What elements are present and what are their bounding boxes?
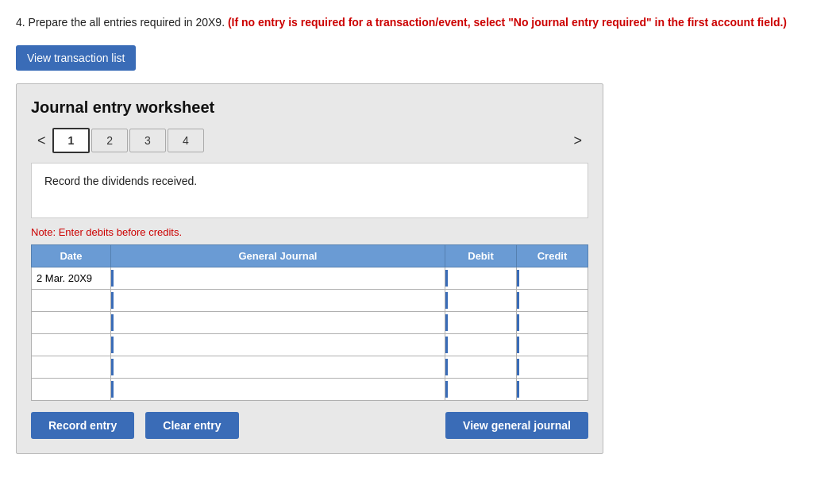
debit-input[interactable] — [445, 356, 516, 378]
instruction-highlight: (If no entry is required for a transacti… — [228, 16, 787, 29]
credit-input[interactable] — [517, 334, 588, 356]
date-cell — [32, 334, 111, 356]
tab-3[interactable]: 3 — [129, 129, 166, 152]
date-cell — [32, 290, 111, 312]
table-row — [32, 312, 588, 334]
journal-input[interactable] — [111, 379, 445, 400]
credit-input[interactable] — [517, 290, 588, 311]
credit-input[interactable] — [517, 356, 588, 378]
journal-input[interactable] — [111, 290, 445, 311]
date-input[interactable] — [32, 379, 110, 400]
date-cell — [32, 312, 111, 334]
record-entry-button[interactable]: Record entry — [31, 412, 134, 439]
instruction-box: Record the dividends received. — [31, 163, 588, 218]
view-general-journal-button[interactable]: View general journal — [445, 412, 588, 439]
view-transaction-button[interactable]: View transaction list — [16, 45, 136, 71]
debit-cell — [445, 267, 517, 290]
journal-table: Date General Journal Debit Credit — [31, 244, 588, 401]
journal-input[interactable] — [111, 356, 445, 378]
journal-cell — [111, 379, 445, 401]
tab-2[interactable]: 2 — [91, 129, 128, 152]
credit-cell — [517, 290, 588, 312]
journal-input[interactable] — [111, 312, 445, 333]
instruction-main: 4. Prepare the all entries required in 2… — [16, 16, 225, 29]
date-cell — [32, 267, 111, 290]
table-row — [32, 356, 588, 379]
table-row — [32, 267, 588, 290]
credit-cell — [517, 379, 588, 401]
debit-input[interactable] — [445, 267, 516, 289]
date-cell — [32, 356, 111, 379]
credit-input[interactable] — [517, 379, 588, 400]
journal-cell — [111, 312, 445, 334]
date-cell — [32, 379, 111, 401]
journal-cell — [111, 356, 445, 379]
col-header-credit: Credit — [517, 245, 588, 267]
debit-cell — [445, 356, 517, 379]
credit-cell — [517, 356, 588, 379]
credit-input[interactable] — [517, 267, 588, 289]
debit-input[interactable] — [445, 312, 516, 333]
debit-cell — [445, 334, 517, 356]
credit-cell — [517, 334, 588, 356]
credit-cell — [517, 267, 588, 290]
table-row — [32, 379, 588, 401]
date-input[interactable] — [32, 290, 110, 311]
journal-cell — [111, 290, 445, 312]
date-input[interactable] — [32, 267, 110, 289]
debit-cell — [445, 290, 517, 312]
tab-4[interactable]: 4 — [168, 129, 204, 152]
journal-input[interactable] — [111, 267, 445, 289]
debit-input[interactable] — [445, 290, 516, 311]
credit-input[interactable] — [517, 312, 588, 333]
tab-1[interactable]: 1 — [52, 128, 91, 153]
journal-input[interactable] — [111, 334, 445, 356]
debit-input[interactable] — [445, 334, 516, 356]
tabs-row: < 1 2 3 4 > — [31, 128, 588, 153]
tab-prev-arrow[interactable]: < — [31, 129, 52, 152]
debit-input[interactable] — [445, 379, 516, 400]
date-input[interactable] — [32, 312, 110, 333]
worksheet-container: Journal entry worksheet < 1 2 3 4 > Reco… — [16, 83, 603, 454]
debit-cell — [445, 379, 517, 401]
table-row — [32, 290, 588, 312]
credit-cell — [517, 312, 588, 334]
debit-cell — [445, 312, 517, 334]
tab-next-arrow[interactable]: > — [567, 129, 588, 152]
note-text: Note: Enter debits before credits. — [31, 226, 588, 238]
table-row — [32, 334, 588, 356]
col-header-date: Date — [32, 245, 111, 267]
worksheet-title: Journal entry worksheet — [31, 98, 588, 117]
clear-entry-button[interactable]: Clear entry — [145, 412, 238, 439]
instruction-box-text: Record the dividends received. — [44, 175, 197, 187]
journal-cell — [111, 267, 445, 290]
col-header-journal: General Journal — [111, 245, 445, 267]
journal-cell — [111, 334, 445, 356]
instructions-text: 4. Prepare the all entries required in 2… — [16, 14, 794, 31]
date-input[interactable] — [32, 334, 110, 356]
date-input[interactable] — [32, 356, 110, 378]
bottom-buttons: Record entry Clear entry View general jo… — [31, 412, 588, 439]
col-header-debit: Debit — [445, 245, 517, 267]
